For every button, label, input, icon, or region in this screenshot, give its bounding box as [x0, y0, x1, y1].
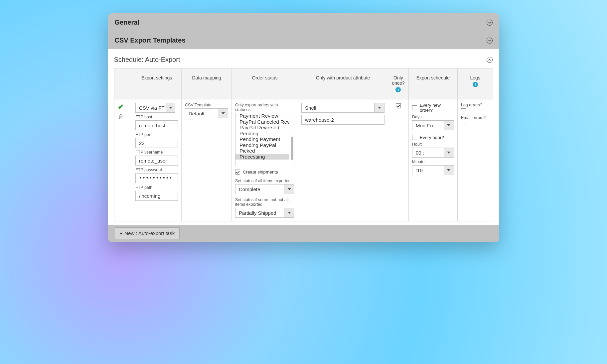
attr-value-input[interactable]: warehouse-2 — [301, 115, 384, 125]
status-option[interactable]: Picked — [235, 148, 289, 154]
section-templates-title: CSV Export Templates — [115, 37, 186, 44]
chevron-up-icon[interactable] — [487, 57, 493, 63]
caret-down-icon — [284, 208, 294, 217]
caret-down-icon — [374, 103, 384, 112]
col-actions — [114, 68, 132, 99]
col-order-status: Order status — [232, 68, 298, 99]
col-only-once: Only once? i — [388, 68, 409, 99]
status-option[interactable]: Pending Payment — [235, 136, 289, 142]
ftp-pass-label: FTP password — [135, 168, 178, 172]
every-new-order-label: Every new order? — [420, 103, 454, 113]
create-shipments-checkbox[interactable] — [235, 170, 240, 175]
check-icon[interactable]: ✔ — [118, 103, 129, 111]
info-icon[interactable]: i — [473, 82, 478, 87]
section-general-title: General — [115, 19, 139, 26]
new-task-label: New : Auto-export task — [124, 230, 175, 236]
only-once-checkbox[interactable] — [396, 103, 401, 108]
info-icon[interactable]: i — [395, 87, 401, 92]
caret-down-icon — [284, 184, 294, 194]
section-templates[interactable]: CSV Export Templates — [108, 31, 499, 49]
settings-panel: General CSV Export Templates Schedule: A… — [108, 13, 499, 242]
set-some-label: Set status if some, but not all, items e… — [235, 197, 294, 207]
task-row: ✔ CSV via FT FTP host — [114, 99, 493, 221]
col-logs: Logs i — [457, 68, 493, 99]
export-method-select[interactable]: CSV via FT — [135, 103, 175, 113]
caret-down-icon — [218, 109, 228, 118]
every-hour-label: Every hour? — [420, 135, 444, 140]
ftp-pass-input[interactable]: •••••••••• — [135, 173, 178, 183]
status-all-select[interactable]: Complete — [235, 184, 294, 194]
email-errors-label: Email errors? — [461, 115, 490, 120]
caret-down-icon — [444, 166, 454, 175]
caret-down-icon — [444, 148, 454, 157]
hour-select[interactable]: 00 : — [412, 148, 454, 158]
section-schedule-title: Schedule: Auto-Export — [114, 56, 180, 63]
ftp-path-input[interactable]: /incoming — [135, 191, 178, 201]
only-export-label: Only export orders with statuses: — [235, 103, 294, 112]
status-option[interactable]: Pending — [235, 131, 289, 137]
ftp-port-input[interactable]: 22 — [135, 138, 178, 148]
ftp-user-input[interactable]: remote_user — [135, 156, 178, 166]
minute-select[interactable]: :10 — [412, 165, 454, 175]
col-data-mapping: Data mapping — [182, 68, 232, 99]
ftp-host-input[interactable]: remote.host — [135, 120, 178, 130]
chevron-down-icon — [487, 38, 493, 44]
email-errors-checkbox[interactable] — [461, 121, 466, 126]
csv-template-label: CSV Template — [185, 103, 228, 107]
col-product-attr: Only with product attribute — [298, 68, 388, 99]
status-option[interactable]: PayPal Reversed — [235, 125, 289, 131]
caret-down-icon — [166, 103, 175, 112]
status-option[interactable]: Pending PayPal — [235, 142, 289, 148]
ftp-user-label: FTP username — [135, 150, 178, 155]
log-errors-checkbox[interactable] — [461, 108, 466, 113]
section-general[interactable]: General — [108, 13, 499, 31]
set-all-label: Set status if all items exported: — [235, 179, 294, 183]
status-option[interactable]: Payment Review — [235, 113, 289, 119]
days-label: Days — [412, 115, 454, 119]
caret-down-icon — [444, 121, 454, 130]
ftp-host-label: FTP host — [135, 115, 178, 119]
attr-name-select[interactable]: Shelf — [301, 103, 384, 113]
col-export-schedule: Export schedule — [408, 68, 457, 99]
status-listbox[interactable]: Payment ReviewPayPal Canceled ReversalPa… — [235, 113, 294, 166]
section-schedule: Schedule: Auto-Export Export settings Da… — [108, 49, 499, 225]
hour-label: Hour: — [412, 142, 454, 147]
status-option[interactable]: PayPal Canceled Reversal — [235, 119, 289, 125]
status-some-select[interactable]: Partially Shipped — [235, 208, 294, 218]
every-new-order-checkbox[interactable] — [412, 105, 417, 110]
scrollbar[interactable] — [291, 137, 293, 160]
log-errors-label: Log errors? — [461, 103, 490, 107]
plus-icon: + — [120, 230, 123, 236]
ftp-path-label: FTP path — [135, 185, 178, 190]
trash-icon[interactable] — [118, 116, 124, 121]
col-export-settings: Export settings — [132, 68, 182, 99]
days-select[interactable]: Mon-Fri — [412, 120, 454, 130]
status-option[interactable]: Processing — [235, 154, 289, 160]
ftp-port-label: FTP port — [135, 132, 178, 137]
schedule-table: Export settings Data mapping Order statu… — [114, 68, 493, 221]
csv-template-select[interactable]: Default — [185, 108, 228, 118]
minute-label: Minute: — [412, 160, 454, 164]
create-shipments-label: Create shipments — [243, 170, 278, 175]
new-task-button[interactable]: + New : Auto-export task — [115, 227, 180, 239]
chevron-down-icon — [487, 20, 493, 26]
every-hour-checkbox[interactable] — [412, 135, 417, 140]
